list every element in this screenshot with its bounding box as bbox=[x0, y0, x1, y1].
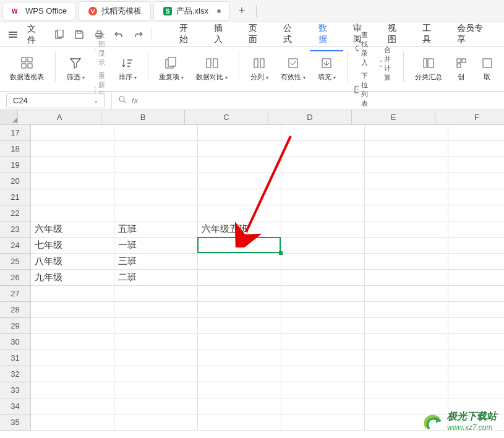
cell-A24[interactable]: 七年级 bbox=[31, 238, 114, 254]
cell-D22[interactable] bbox=[281, 205, 365, 221]
cell-E28[interactable] bbox=[365, 302, 448, 318]
row-header-27[interactable]: 27 bbox=[0, 286, 31, 302]
row-header-35[interactable]: 35 bbox=[0, 414, 31, 431]
cell-B30[interactable] bbox=[114, 334, 198, 350]
cell-F26[interactable] bbox=[448, 270, 504, 286]
subtotal-button[interactable]: 分类汇总 bbox=[411, 54, 446, 84]
menu-item-1[interactable]: 插入 bbox=[205, 18, 239, 51]
cell-D25[interactable] bbox=[281, 254, 365, 270]
cell-B34[interactable] bbox=[114, 398, 198, 414]
cell-E19[interactable] bbox=[365, 157, 448, 173]
row-header-17[interactable]: 17 bbox=[0, 125, 31, 141]
cell-E27[interactable] bbox=[365, 286, 448, 302]
cell-C32[interactable] bbox=[198, 366, 281, 382]
cell-C29[interactable] bbox=[198, 318, 281, 334]
pivot-table-button[interactable]: 数据透视表 bbox=[6, 54, 48, 84]
menu-item-8[interactable]: 会员专享 bbox=[448, 18, 498, 51]
cell-E30[interactable] bbox=[365, 334, 448, 350]
row-header-34[interactable]: 34 bbox=[0, 398, 31, 414]
cell-D19[interactable] bbox=[281, 157, 365, 173]
cell-D32[interactable] bbox=[281, 366, 365, 382]
cell-A27[interactable] bbox=[31, 286, 114, 302]
row-header-18[interactable]: 18 bbox=[0, 141, 31, 157]
duplicates-button[interactable]: 重复项 ▾ bbox=[155, 54, 187, 84]
row-header-33[interactable]: 33 bbox=[0, 382, 31, 398]
cell-A34[interactable] bbox=[31, 398, 114, 414]
cell-F19[interactable] bbox=[448, 157, 504, 173]
cell-A35[interactable] bbox=[31, 414, 114, 431]
redo-icon[interactable] bbox=[132, 28, 145, 41]
cell-E29[interactable] bbox=[365, 318, 448, 334]
cell-F17[interactable] bbox=[448, 125, 504, 141]
cell-B20[interactable] bbox=[114, 173, 198, 189]
cell-A23[interactable]: 六年级 bbox=[31, 221, 114, 238]
row-header-20[interactable]: 20 bbox=[0, 173, 31, 189]
cell-B28[interactable] bbox=[114, 302, 198, 318]
cell-A29[interactable] bbox=[31, 318, 114, 334]
getdata-button[interactable]: 取 bbox=[477, 54, 498, 84]
cell-F30[interactable] bbox=[448, 334, 504, 350]
row-header-23[interactable]: 23 bbox=[0, 221, 31, 238]
cells-area[interactable]: 六年级五班六年级五班七年级一班八年级三班九年级二班 bbox=[31, 125, 504, 431]
fill-button[interactable]: 填充 ▾ bbox=[314, 54, 340, 84]
cell-A26[interactable]: 九年级 bbox=[31, 270, 114, 286]
cell-F21[interactable] bbox=[448, 189, 504, 205]
cell-B27[interactable] bbox=[114, 286, 198, 302]
cell-C25[interactable] bbox=[198, 254, 281, 270]
cell-C24[interactable] bbox=[198, 238, 281, 254]
cell-D20[interactable] bbox=[281, 173, 365, 189]
cell-B31[interactable] bbox=[114, 350, 198, 366]
cell-C22[interactable] bbox=[198, 205, 281, 221]
cell-E32[interactable] bbox=[365, 366, 448, 382]
menu-item-4[interactable]: 数据 bbox=[310, 18, 343, 51]
cell-A17[interactable] bbox=[31, 125, 114, 141]
cell-E31[interactable] bbox=[365, 350, 448, 366]
row-header-32[interactable]: 32 bbox=[0, 366, 31, 382]
cell-C18[interactable] bbox=[198, 141, 281, 157]
cell-C35[interactable] bbox=[198, 414, 281, 431]
save-icon[interactable] bbox=[73, 28, 85, 41]
cell-A18[interactable] bbox=[31, 141, 114, 157]
cell-F28[interactable] bbox=[448, 302, 504, 318]
cell-A30[interactable] bbox=[31, 334, 114, 350]
cell-A22[interactable] bbox=[31, 205, 114, 221]
cell-name-box[interactable]: C24 ⌄ bbox=[6, 93, 105, 108]
cell-F20[interactable] bbox=[448, 173, 504, 189]
cell-A28[interactable] bbox=[31, 302, 114, 318]
cell-D30[interactable] bbox=[281, 334, 365, 350]
cell-C21[interactable] bbox=[198, 189, 281, 205]
col-header-F[interactable]: F bbox=[435, 110, 504, 124]
cell-F24[interactable] bbox=[448, 238, 504, 254]
formula-input-area[interactable]: fx bbox=[111, 92, 504, 110]
row-header-25[interactable]: 25 bbox=[0, 254, 31, 270]
cell-A31[interactable] bbox=[31, 350, 114, 366]
row-header-29[interactable]: 29 bbox=[0, 318, 31, 334]
cell-C28[interactable] bbox=[198, 302, 281, 318]
cell-D17[interactable] bbox=[281, 125, 365, 141]
cell-D34[interactable] bbox=[281, 398, 365, 414]
cell-F33[interactable] bbox=[448, 382, 504, 398]
cell-E25[interactable] bbox=[365, 254, 448, 270]
col-header-B[interactable]: B bbox=[101, 110, 185, 124]
cell-F18[interactable] bbox=[448, 141, 504, 157]
cell-F27[interactable] bbox=[448, 286, 504, 302]
cell-C31[interactable] bbox=[198, 350, 281, 366]
filter-button[interactable]: 筛选 ▾ bbox=[63, 54, 88, 84]
cell-D24[interactable] bbox=[281, 238, 365, 254]
find-record-button[interactable]: 查找录入 bbox=[354, 30, 373, 67]
row-header-21[interactable]: 21 bbox=[0, 189, 31, 205]
cell-A19[interactable] bbox=[31, 157, 114, 173]
cell-C33[interactable] bbox=[198, 382, 281, 398]
cell-C30[interactable] bbox=[198, 334, 281, 350]
cell-B25[interactable]: 三班 bbox=[114, 254, 198, 270]
tab-template[interactable]: 找稻壳模板 bbox=[79, 1, 151, 21]
menu-item-2[interactable]: 页面 bbox=[240, 18, 273, 51]
cell-E21[interactable] bbox=[365, 189, 448, 205]
cell-D27[interactable] bbox=[281, 286, 365, 302]
search-icon[interactable] bbox=[118, 95, 127, 106]
row-header-28[interactable]: 28 bbox=[0, 302, 31, 318]
row-header-31[interactable]: 31 bbox=[0, 350, 31, 366]
cell-B17[interactable] bbox=[114, 125, 198, 141]
cell-B35[interactable] bbox=[114, 414, 198, 431]
cell-A21[interactable] bbox=[31, 189, 114, 205]
